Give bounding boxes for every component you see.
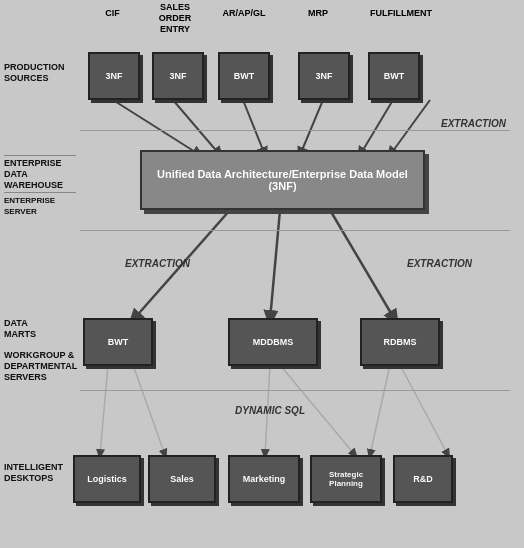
desktop-sales: Sales bbox=[148, 455, 216, 503]
label-intelligent-desktops: INTELLIGENTDESKTOPS bbox=[4, 462, 76, 484]
edw-box: Unified Data Architecture/Enterprise Dat… bbox=[140, 150, 425, 210]
svg-line-4 bbox=[360, 100, 393, 155]
prod-box-fulfillment: BWT bbox=[368, 52, 420, 100]
label-data-marts: DATAMARTSWORKGROUP &DEPARTMENTALSERVERS bbox=[4, 318, 76, 383]
svg-line-10 bbox=[133, 365, 165, 455]
svg-line-14 bbox=[370, 365, 390, 455]
diagram-container: PRODUCTIONSOURCES ENTERPRISEDATAWAREHOUS… bbox=[0, 0, 524, 548]
svg-line-7 bbox=[270, 210, 280, 320]
svg-line-8 bbox=[330, 210, 395, 320]
prod-box-mrp: 3NF bbox=[298, 52, 350, 100]
extraction-label-top: EXTRACTION bbox=[441, 118, 506, 129]
divider-2 bbox=[80, 230, 510, 231]
dynamic-sql-label: DYNAMIC SQL bbox=[235, 405, 305, 416]
desktop-rnd: R&D bbox=[393, 455, 453, 503]
label-enterprise-data-warehouse: ENTERPRISEDATAWAREHOUSEENTERPRISESERVER bbox=[4, 155, 76, 217]
svg-line-0 bbox=[113, 100, 200, 155]
prod-box-ar-ap-gl: BWT bbox=[218, 52, 270, 100]
prod-box-cif: 3NF bbox=[88, 52, 140, 100]
prod-box-sales-order: 3NF bbox=[152, 52, 204, 100]
svg-line-3 bbox=[300, 100, 323, 155]
divider-1 bbox=[80, 130, 510, 131]
col-label-sales-order: SALESORDERENTRY bbox=[150, 2, 200, 34]
divider-3 bbox=[80, 390, 510, 391]
col-label-ar-ap-gl: AR/AP/GL bbox=[220, 8, 268, 19]
svg-line-5 bbox=[390, 100, 430, 155]
col-label-cif: CIF bbox=[90, 8, 135, 19]
datamart-mddbms: MDDBMS bbox=[228, 318, 318, 366]
desktop-marketing: Marketing bbox=[228, 455, 300, 503]
extraction-label-right: EXTRACTION bbox=[407, 258, 472, 269]
label-production-sources: PRODUCTIONSOURCES bbox=[4, 62, 76, 84]
desktop-strategic-planning: Strategic Planning bbox=[310, 455, 382, 503]
svg-line-2 bbox=[243, 100, 265, 155]
svg-line-1 bbox=[173, 100, 220, 155]
extraction-label-left: EXTRACTION bbox=[125, 258, 190, 269]
svg-line-9 bbox=[100, 365, 108, 455]
datamart-rdbms: RDBMS bbox=[360, 318, 440, 366]
col-label-mrp: MRP bbox=[298, 8, 338, 19]
datamart-bwt: BWT bbox=[83, 318, 153, 366]
col-label-fulfillment: FULFILLMENT bbox=[370, 8, 428, 19]
desktop-logistics: Logistics bbox=[73, 455, 141, 503]
svg-line-13 bbox=[400, 365, 448, 455]
